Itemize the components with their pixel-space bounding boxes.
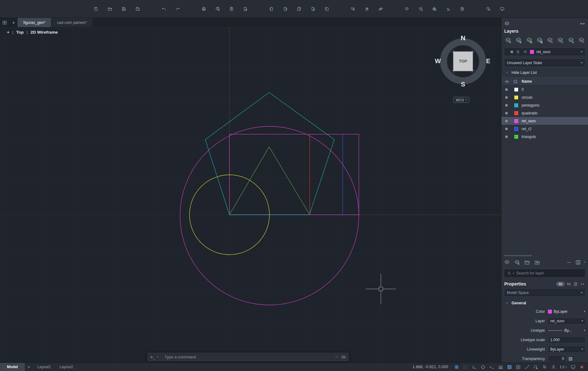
save-as-button[interactable] (133, 5, 142, 13)
plot-preview-button[interactable] (213, 5, 222, 13)
selection-cycling-icon[interactable] (532, 363, 540, 371)
panel-splitter-icon[interactable] (580, 282, 585, 286)
layer-walk-icon[interactable] (567, 36, 575, 44)
tab-cad-com-paineis-[interactable]: cad com paineis* (51, 18, 93, 27)
prop-value-lineweight[interactable]: ByLayer (548, 346, 585, 353)
import-button[interactable] (267, 5, 276, 13)
layer-on-off-icon[interactable] (525, 36, 533, 44)
command-input[interactable]: Type a command (164, 355, 332, 359)
polar-tracking-icon[interactable] (479, 363, 487, 371)
layer-color-swatch[interactable] (514, 88, 518, 91)
layer-visibility-toggle[interactable] (505, 112, 508, 114)
general-section-toggle[interactable]: General (505, 301, 588, 305)
transparency-input[interactable]: 0 (548, 355, 566, 362)
layer-visibility-toggle[interactable] (505, 136, 508, 138)
snap-mode-icon[interactable] (462, 363, 469, 371)
layer-row-quadrado[interactable]: quadrado (501, 109, 588, 117)
layer-states-manager-icon[interactable] (514, 259, 520, 265)
layer-row-ret-r2[interactable]: ret_r2 (501, 125, 588, 133)
model-space-canvas[interactable]: + | Top | 2D Wireframe N W E S TOP WCS >… (0, 27, 501, 363)
wcs-dropdown[interactable]: WCS (453, 97, 469, 103)
remove-icon[interactable] (566, 259, 572, 265)
annotation-monitor-icon[interactable] (541, 363, 548, 371)
command-expand-icon[interactable] (334, 355, 339, 359)
layer-delete-icon[interactable] (577, 36, 585, 44)
layer-name-column-header[interactable]: Name (522, 79, 532, 84)
columns-icon[interactable] (575, 259, 581, 265)
layer-color-swatch[interactable] (514, 127, 518, 131)
layer-properties-button[interactable] (403, 5, 411, 13)
save-button[interactable] (120, 5, 128, 13)
eye-icon[interactable] (505, 79, 509, 84)
layer-state-dropdown[interactable]: Unsaved Layer State (504, 58, 585, 67)
new-drawing-tab-button[interactable]: + (9, 18, 18, 27)
layer-visibility-toggle[interactable] (505, 88, 508, 91)
layer-color-swatch[interactable] (514, 119, 518, 123)
layer-search-field[interactable]: Search for layer (504, 269, 585, 278)
layer-visibility-toggle[interactable] (505, 104, 508, 107)
batch-plot-button[interactable] (484, 5, 493, 13)
zoom-window-button[interactable] (349, 5, 357, 13)
current-layer-row[interactable]: ret_ouro (504, 47, 585, 56)
etransmit-button[interactable] (309, 5, 317, 13)
transparency-icon[interactable] (568, 357, 573, 361)
tab-overview-icon[interactable] (0, 18, 9, 27)
viewcube[interactable]: N W E S TOP (433, 31, 493, 91)
command-keyboard-icon[interactable] (341, 355, 346, 359)
layer-new-icon[interactable] (504, 36, 512, 44)
new-layer-group-icon[interactable] (534, 259, 540, 265)
panel-resize-icon[interactable] (580, 21, 585, 27)
layer-match-icon[interactable] (556, 36, 564, 44)
viewport-menu-button[interactable]: + (7, 30, 9, 35)
viewport-visual-style-button[interactable]: 2D Wireframe (31, 30, 58, 35)
layers-panel-icon[interactable] (504, 21, 510, 27)
tab-model[interactable]: Model (0, 363, 25, 371)
page-setup-button[interactable] (241, 5, 250, 13)
quick-select-icon[interactable] (573, 282, 578, 286)
sheet-set-manager-button[interactable] (323, 5, 331, 13)
viewport-view-button[interactable]: Top (16, 30, 24, 35)
grid-display-icon[interactable] (453, 363, 460, 371)
copy-clipboard-button[interactable] (227, 5, 236, 13)
open-file-button[interactable] (106, 5, 114, 13)
command-recent-icon[interactable] (157, 357, 158, 357)
pentagon-pentagono[interactable] (205, 92, 334, 215)
transparency-display-icon[interactable] (506, 363, 513, 371)
dynamic-input-icon[interactable] (488, 363, 495, 371)
prop-value-linetype-scale[interactable]: 1.000 (548, 336, 585, 344)
layer-visibility-toggle[interactable] (505, 96, 508, 99)
new-file-button[interactable] (92, 5, 100, 13)
layer-color-swatch[interactable] (514, 103, 518, 107)
hide-layer-list-toggle[interactable]: Hide Layer List (505, 70, 588, 75)
rect-ret-ouro[interactable] (229, 134, 359, 215)
reference-manager-button[interactable] (498, 5, 506, 13)
prop-value-color[interactable]: ByLayer (548, 308, 585, 315)
prop-value-layer[interactable]: ret_ouro (548, 317, 585, 325)
properties-filter-all-button[interactable]: All (556, 282, 565, 286)
select-all-layers-icon[interactable] (513, 79, 518, 84)
linetype-display-icon[interactable] (523, 363, 531, 371)
layer-visibility-toggle[interactable] (505, 128, 508, 130)
layer-row-ret-ouro[interactable]: ret_ouro (501, 117, 588, 125)
layer-color-swatch[interactable] (514, 111, 518, 115)
ortho-mode-icon[interactable] (471, 363, 478, 371)
export-button[interactable] (281, 5, 290, 13)
annotation-visibility-icon[interactable] (550, 363, 557, 371)
layer-color-swatch[interactable] (514, 96, 518, 99)
selection-dropdown[interactable]: Model Space (504, 288, 585, 297)
command-line[interactable]: >_ Type a command (147, 352, 349, 362)
publish-button[interactable] (295, 5, 303, 13)
plot-button[interactable] (200, 5, 208, 13)
layer-visibility-toggle[interactable] (505, 120, 508, 122)
markup-import-button[interactable] (458, 5, 466, 13)
performance-monitor-icon[interactable] (578, 363, 585, 371)
pan-button[interactable] (363, 5, 371, 13)
lineweight-display-icon[interactable] (497, 363, 504, 371)
open-layer-group-icon[interactable] (524, 259, 530, 265)
layer-translator-button[interactable] (416, 5, 425, 13)
annotation-scale-dropdown[interactable]: 1:1 (559, 365, 568, 369)
prop-value-linetype[interactable]: By... (548, 327, 585, 334)
geolocation-button[interactable] (444, 5, 453, 13)
layer-lock-icon[interactable] (535, 36, 544, 44)
workspace-switching-icon[interactable] (569, 363, 577, 371)
